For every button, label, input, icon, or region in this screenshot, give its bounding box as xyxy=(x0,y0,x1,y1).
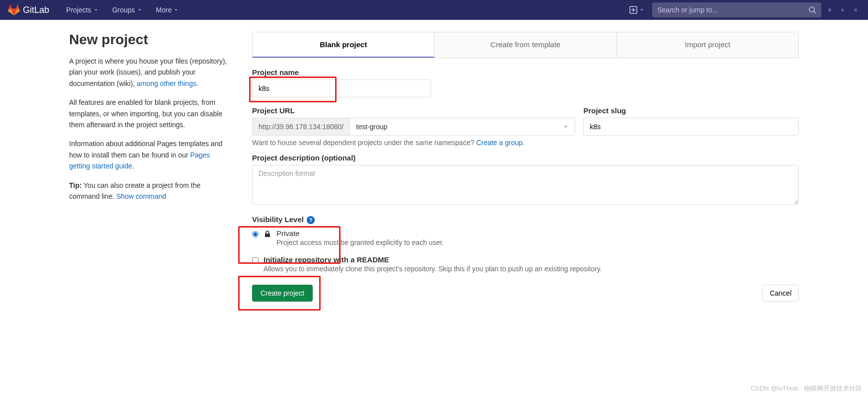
namespace-hint: Want to house several dependent projects… xyxy=(252,139,799,147)
svg-rect-2 xyxy=(829,9,831,11)
create-group-link[interactable]: Create a group. xyxy=(476,139,524,147)
navbar-left: GitLab Projects Groups More xyxy=(8,0,183,20)
svg-point-5 xyxy=(842,10,843,11)
search-icon xyxy=(808,6,816,14)
show-command-link[interactable]: Show command xyxy=(116,192,166,200)
readme-option[interactable]: Initialize repository with a README Allo… xyxy=(252,255,799,273)
new-dropdown[interactable] xyxy=(625,4,648,16)
chevron-down-icon xyxy=(563,124,569,130)
form-body: Project name Project URL http://39.96.17… xyxy=(252,58,799,302)
create-project-button[interactable]: Create project xyxy=(252,285,313,302)
nav-projects[interactable]: Projects xyxy=(61,0,103,20)
form-actions: Create project Cancel xyxy=(252,285,799,302)
svg-rect-8 xyxy=(265,234,270,237)
visibility-label: Visibility Level ? xyxy=(252,215,799,224)
page-container: New project A project is where you house… xyxy=(61,20,807,314)
top-navbar: GitLab Projects Groups More xyxy=(0,0,868,20)
namespace-selected: test-group xyxy=(356,123,387,131)
readme-checkbox[interactable] xyxy=(252,257,259,264)
visibility-private-desc: Project access must be granted explicitl… xyxy=(276,238,444,246)
nav-more[interactable]: More xyxy=(151,0,184,20)
project-url-group: http://39.96.178.134:18080/ test-group xyxy=(252,118,575,136)
svg-point-4 xyxy=(842,9,843,10)
desc-tip: Tip: You can also create a project from … xyxy=(69,180,228,202)
desc-p3: Information about additional Pages templ… xyxy=(69,138,228,171)
project-tabs: Blank project Create from template Impor… xyxy=(252,32,799,58)
navbar-right xyxy=(625,2,860,17)
project-slug-label: Project slug xyxy=(583,106,799,115)
gitlab-icon xyxy=(8,4,20,16)
issues-icon[interactable] xyxy=(825,5,834,14)
sidebar-description: New project A project is where you house… xyxy=(69,32,228,302)
project-url-label: Project URL xyxy=(252,106,575,115)
svg-point-6 xyxy=(843,10,844,11)
plus-square-icon xyxy=(629,6,637,14)
among-other-things-link[interactable]: among other things xyxy=(137,79,196,87)
project-desc-textarea[interactable] xyxy=(252,165,799,205)
project-name-label: Project name xyxy=(252,68,799,77)
visibility-private-option[interactable]: Private Project access must be granted e… xyxy=(252,229,799,246)
tab-blank-project[interactable]: Blank project xyxy=(253,32,434,58)
lock-icon xyxy=(263,230,271,238)
tab-create-from-template[interactable]: Create from template xyxy=(434,32,616,58)
tip-label: Tip: xyxy=(69,181,82,189)
visibility-private-title: Private xyxy=(276,229,444,238)
gitlab-logo[interactable]: GitLab xyxy=(8,4,49,16)
brand-text: GitLab xyxy=(23,5,49,15)
main-form: Blank project Create from template Impor… xyxy=(252,32,799,302)
project-name-group: Project name xyxy=(252,68,799,97)
chevron-down-icon xyxy=(137,7,142,12)
namespace-select[interactable]: test-group xyxy=(349,118,575,136)
desc-p1: A project is where you house your files … xyxy=(69,56,228,89)
chevron-down-icon xyxy=(174,7,178,12)
svg-rect-3 xyxy=(829,9,830,10)
readme-desc: Allows you to immediately clone this pro… xyxy=(263,265,602,273)
chevron-down-icon xyxy=(93,7,98,12)
readme-title: Initialize repository with a README xyxy=(263,255,602,264)
visibility-private-radio[interactable] xyxy=(252,231,259,238)
merge-requests-icon[interactable] xyxy=(838,5,847,14)
url-prefix: http://39.96.178.134:18080/ xyxy=(252,118,349,136)
search-box[interactable] xyxy=(652,2,821,17)
project-desc-label: Project description (optional) xyxy=(252,154,799,162)
chevron-down-icon xyxy=(639,7,644,12)
project-desc-group: Project description (optional) xyxy=(252,154,799,206)
svg-point-1 xyxy=(809,7,814,12)
cancel-button[interactable]: Cancel xyxy=(762,285,799,302)
help-icon[interactable]: ? xyxy=(307,216,315,224)
url-row: Project URL http://39.96.178.134:18080/ … xyxy=(252,106,799,136)
project-slug-input[interactable] xyxy=(583,118,799,136)
search-input[interactable] xyxy=(657,6,808,14)
todos-icon[interactable] xyxy=(851,5,860,14)
visibility-group: Visibility Level ? Private Project acces… xyxy=(252,215,799,246)
project-name-input[interactable] xyxy=(252,79,431,97)
nav-groups[interactable]: Groups xyxy=(107,0,147,20)
tab-import-project[interactable]: Import project xyxy=(617,32,798,58)
desc-p2: All features are enabled for blank proje… xyxy=(69,97,228,130)
page-title: New project xyxy=(69,32,228,48)
